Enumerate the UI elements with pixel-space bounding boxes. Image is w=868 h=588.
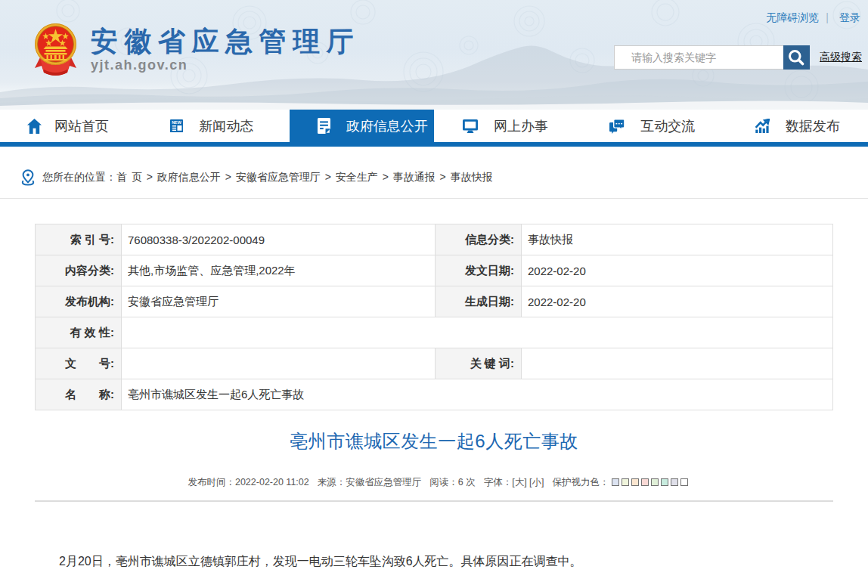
- svg-text:NEW: NEW: [172, 120, 182, 125]
